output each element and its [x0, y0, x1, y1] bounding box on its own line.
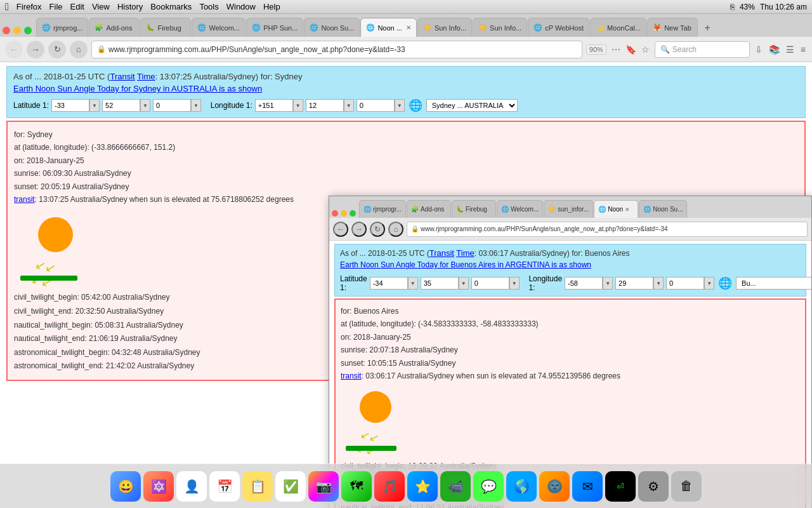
- menu-view[interactable]: View: [92, 2, 110, 11]
- tab-phpsun[interactable]: 🌐 PHP Sun...: [246, 18, 303, 37]
- lat-sec-input[interactable]: 0: [153, 99, 191, 112]
- back-button-2[interactable]: ←: [333, 222, 348, 237]
- ba-transit-link[interactable]: Transit: [429, 248, 454, 258]
- menu-window[interactable]: Window: [226, 2, 256, 11]
- menu-bookmarks[interactable]: Bookmarks: [150, 2, 192, 11]
- lat-deg-input[interactable]: -33: [51, 99, 89, 112]
- ba-transit-link-text[interactable]: transit: [341, 371, 362, 380]
- time-link[interactable]: Time: [137, 72, 155, 81]
- menu-icon[interactable]: ≡: [799, 43, 807, 56]
- close-window-button[interactable]: [3, 27, 10, 34]
- menu-help[interactable]: Help: [263, 2, 280, 11]
- ba-lat-sec-input[interactable]: 0: [471, 277, 509, 290]
- new-tab-button[interactable]: +: [698, 19, 716, 37]
- dock-trash[interactable]: 🗑: [671, 471, 702, 502]
- ba-lon-deg-input[interactable]: -58: [565, 277, 603, 290]
- library-icon[interactable]: 📚: [768, 43, 781, 56]
- city-select[interactable]: Sydney ... AUSTRALIA: [426, 99, 518, 112]
- more-button[interactable]: ⋯: [610, 43, 622, 56]
- menu-history[interactable]: History: [117, 2, 143, 11]
- lon-min-input[interactable]: 12: [306, 99, 344, 112]
- ba-lat-deg-input[interactable]: -34: [370, 277, 408, 290]
- forward-button-2[interactable]: →: [351, 222, 367, 237]
- ba-city-select[interactable]: Bu...: [736, 277, 811, 290]
- ba-lat-sec-spinner[interactable]: ▼: [509, 277, 520, 290]
- download-icon[interactable]: ⇩: [754, 43, 764, 56]
- star-icon[interactable]: ☆: [640, 43, 651, 56]
- sydney-main-link[interactable]: Earth Noon Sun Angle Today for Sydney in…: [13, 84, 262, 93]
- dock-maps[interactable]: 🗺: [341, 471, 372, 502]
- dock-notes[interactable]: 📋: [242, 471, 273, 502]
- tab-rjmprog[interactable]: 🌐 rjmprog...: [36, 18, 88, 37]
- tab-firebug[interactable]: 🐛 Firebug: [140, 18, 191, 37]
- dock-photos[interactable]: 📷: [308, 471, 339, 502]
- menu-file[interactable]: File: [49, 2, 63, 11]
- menu-edit[interactable]: Edit: [70, 2, 84, 11]
- dock-music[interactable]: 🎵: [374, 471, 405, 502]
- dock-launchpad[interactable]: 🔯: [143, 471, 174, 502]
- tab-noon-active[interactable]: 🌐 Noon ... ✕: [360, 18, 417, 37]
- lat-min-input[interactable]: 52: [102, 99, 140, 112]
- tab2-welcome[interactable]: 🌐 Welcom...: [497, 200, 543, 218]
- dock-messages[interactable]: 💬: [473, 471, 504, 502]
- dock-safari[interactable]: 🌎: [506, 471, 537, 502]
- lon-sec-spinner[interactable]: ▼: [395, 99, 405, 112]
- url-bar[interactable]: 🔒 www.rjmprogramming.com.au/PHP/SunAngle…: [91, 41, 582, 58]
- ba-lon-sec-input[interactable]: 0: [666, 277, 704, 290]
- tab2-noonsu[interactable]: 🌐 Noon Su...: [639, 200, 687, 218]
- dock-mail[interactable]: ✉: [572, 471, 603, 502]
- lon-deg-input[interactable]: +151: [255, 99, 293, 112]
- tab2-addons[interactable]: 🧩 Add-ons: [407, 200, 451, 218]
- ba-main-link[interactable]: Earth Noon Sun Angle Today for Buenos Ai…: [340, 260, 591, 269]
- reload-button[interactable]: ↻: [48, 41, 66, 58]
- tab2-close-button[interactable]: ✕: [625, 206, 630, 213]
- lat-sec-spinner[interactable]: ▼: [191, 99, 201, 112]
- dock-system-prefs[interactable]: ⚙: [638, 471, 669, 502]
- tab2-rjmprog[interactable]: 🌐 rjmprogr...: [359, 200, 406, 218]
- ba-lat-deg-spinner[interactable]: ▼: [408, 277, 418, 290]
- lon-min-spinner[interactable]: ▼: [344, 99, 354, 112]
- dock-facetime[interactable]: 📹: [440, 471, 471, 502]
- tab2-noon-active[interactable]: 🌐 Noon ✕: [594, 200, 638, 218]
- tab2-suninfo[interactable]: ☀️ sun_infor...: [544, 200, 593, 218]
- ba-lon-min-spinner[interactable]: ▼: [653, 277, 664, 290]
- lat-min-spinner[interactable]: ▼: [140, 99, 150, 112]
- dock-finder[interactable]: 😀: [110, 471, 141, 502]
- lon-sec-input[interactable]: 0: [357, 99, 395, 112]
- menu-firefox[interactable]: Firefox: [16, 2, 42, 11]
- ba-lon-min-input[interactable]: 29: [615, 277, 653, 290]
- tab-mooncal[interactable]: 🌙 MoonCal...: [590, 18, 646, 37]
- back-button[interactable]: ←: [5, 41, 23, 58]
- tab-noonsu[interactable]: 🌐 Noon Su...: [304, 18, 360, 37]
- bookmark-icon[interactable]: 🔖: [624, 43, 638, 56]
- dock-calendar[interactable]: 📅: [209, 471, 240, 502]
- search-bar[interactable]: 🔍 Search: [655, 41, 750, 58]
- minimize-window-button[interactable]: [13, 27, 21, 34]
- dock-reminders[interactable]: ✅: [275, 471, 306, 502]
- ba-lon-deg-spinner[interactable]: ▼: [603, 277, 613, 290]
- menu-tools[interactable]: Tools: [199, 2, 218, 11]
- apple-menu[interactable]: : [5, 1, 9, 13]
- maximize-window-button[interactable]: [24, 27, 32, 34]
- tab-cpwebhost[interactable]: 🌐 cP WebHost: [528, 18, 589, 37]
- tab-close-button[interactable]: ✕: [406, 24, 411, 31]
- tab-addons[interactable]: 🧩 Add-ons: [89, 18, 140, 37]
- lat-deg-spinner[interactable]: ▼: [89, 99, 100, 112]
- transit-link[interactable]: Transit: [110, 72, 134, 81]
- url-bar-2[interactable]: 🔒 www.rjmprogramming.com.au/PHP/SunAngle…: [407, 222, 808, 237]
- ba-lon-sec-spinner[interactable]: ▼: [704, 277, 714, 290]
- dock-terminal[interactable]: ⏎: [605, 471, 636, 502]
- minimize-window-2-button[interactable]: [341, 210, 347, 217]
- lon-deg-spinner[interactable]: ▼: [293, 99, 303, 112]
- ba-lat-min-spinner[interactable]: ▼: [459, 277, 469, 290]
- dock-appstore[interactable]: ⭐: [407, 471, 438, 502]
- tab-welcome[interactable]: 🌐 Welcom...: [192, 18, 246, 37]
- forward-button[interactable]: →: [27, 41, 44, 58]
- tab-newtab[interactable]: 🦊 New Tab: [647, 18, 698, 37]
- close-window-2-button[interactable]: [332, 210, 338, 217]
- tab-suninfo1[interactable]: ☀️ Sun Info...: [417, 18, 472, 37]
- sydney-transit-link[interactable]: transit: [14, 195, 35, 204]
- home-button[interactable]: ⌂: [70, 41, 88, 58]
- dock-firefox[interactable]: 🌚: [539, 471, 570, 502]
- reload-button-2[interactable]: ↻: [370, 222, 385, 237]
